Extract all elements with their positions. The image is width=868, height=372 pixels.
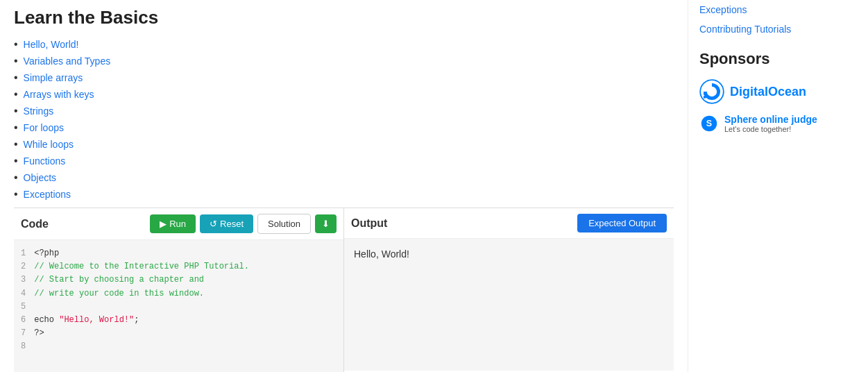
- sphere-sponsor[interactable]: S Sphere online judge Let's code togethe…: [699, 114, 857, 133]
- code-label: Code: [21, 218, 49, 230]
- tutorial-link-while-loops[interactable]: While loops: [24, 139, 74, 150]
- sidebar-contributing-link[interactable]: Contributing Tutorials: [699, 19, 857, 39]
- expected-output-button[interactable]: Expected Output: [577, 214, 667, 232]
- digitalocean-sponsor[interactable]: DigitalOcean: [699, 79, 857, 104]
- tutorial-list: Hello, World! Variables and Types Simple…: [14, 38, 674, 201]
- tutorial-link-hello-world[interactable]: Hello, World!: [24, 39, 79, 50]
- section-title: Learn the Basics: [14, 7, 674, 28]
- run-label: Run: [169, 219, 186, 229]
- sphere-tagline: Let's code together!: [724, 125, 817, 133]
- play-icon: ▶: [160, 219, 167, 229]
- code-panel-header: Code ▶ Run ↺ Reset Solution ⬇: [14, 208, 343, 240]
- list-item: For loops: [14, 121, 674, 134]
- svg-rect-1: [704, 92, 707, 95]
- list-item: Variables and Types: [14, 55, 674, 67]
- download-button[interactable]: ⬇: [315, 214, 337, 233]
- digitalocean-name: DigitalOcean: [730, 85, 806, 99]
- download-icon: ⬇: [322, 219, 330, 229]
- code-panel: Code ▶ Run ↺ Reset Solution ⬇: [14, 208, 344, 372]
- tutorial-link-for-loops[interactable]: For loops: [24, 122, 64, 133]
- list-item: While loops: [14, 138, 674, 151]
- list-item: Objects: [14, 171, 674, 184]
- list-item: Strings: [14, 105, 674, 117]
- list-item: Arrays with keys: [14, 88, 674, 101]
- bottom-panel: Code ▶ Run ↺ Reset Solution ⬇: [14, 208, 674, 372]
- digitalocean-icon: [699, 79, 724, 104]
- sponsors-title: Sponsors: [699, 50, 857, 68]
- list-item: Exceptions: [14, 188, 674, 201]
- sphere-icon: S: [699, 114, 719, 133]
- reset-button[interactable]: ↺ Reset: [200, 214, 253, 233]
- tutorial-link-functions[interactable]: Functions: [24, 155, 66, 167]
- run-button[interactable]: ▶ Run: [150, 214, 196, 233]
- code-area: 12345678 <?php // Welcome to the Interac…: [14, 240, 343, 372]
- output-text: Hello, World!: [354, 248, 409, 260]
- output-area: Hello, World!: [344, 239, 674, 371]
- list-item: Functions: [14, 155, 674, 167]
- sphere-name: Sphere online judge: [724, 114, 817, 125]
- solution-button[interactable]: Solution: [257, 214, 311, 234]
- tutorial-link-variables[interactable]: Variables and Types: [24, 56, 111, 67]
- tutorial-link-simple-arrays[interactable]: Simple arrays: [24, 72, 83, 83]
- tutorial-link-exceptions[interactable]: Exceptions: [24, 189, 71, 200]
- svg-text:S: S: [706, 119, 712, 128]
- reset-label: Reset: [220, 219, 244, 229]
- svg-rect-2: [704, 96, 706, 99]
- tutorial-link-arrays-keys[interactable]: Arrays with keys: [24, 89, 94, 100]
- sidebar: Exceptions Contributing Tutorials Sponso…: [688, 0, 868, 372]
- list-item: Hello, World!: [14, 38, 674, 51]
- line-numbers: 12345678: [21, 247, 26, 365]
- output-panel-header: Output Expected Output: [344, 208, 674, 239]
- list-item: Simple arrays: [14, 71, 674, 84]
- sidebar-exceptions-link[interactable]: Exceptions: [699, 0, 857, 19]
- code-content[interactable]: <?php // Welcome to the Interactive PHP …: [34, 247, 337, 365]
- tutorial-link-strings[interactable]: Strings: [24, 105, 54, 117]
- sphere-text-group: Sphere online judge Let's code together!: [724, 114, 817, 133]
- output-panel: Output Expected Output Hello, World! Pow…: [344, 208, 674, 372]
- tutorial-link-objects[interactable]: Objects: [24, 172, 56, 183]
- output-label: Output: [351, 217, 387, 230]
- reset-icon: ↺: [210, 219, 217, 229]
